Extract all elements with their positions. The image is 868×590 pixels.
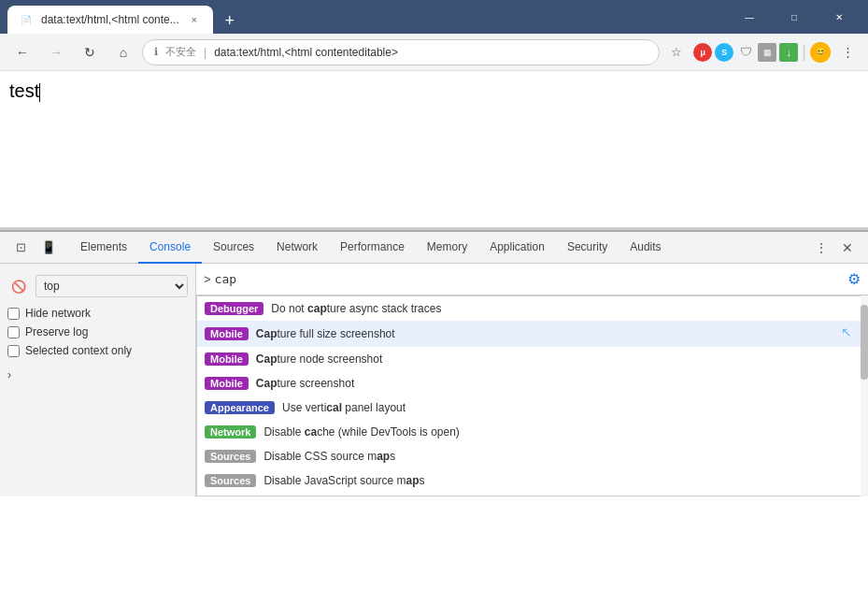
- hide-network-checkbox[interactable]: [7, 308, 20, 320]
- autocomplete-item-4[interactable]: Appearance Use vertical panel layout: [197, 396, 867, 420]
- hide-network-check[interactable]: Hide network: [7, 307, 188, 320]
- autocomplete-dropdown: Debugger Do not capture async stack trac…: [196, 295, 868, 496]
- autocomplete-item-2[interactable]: Mobile Capture node screenshot: [197, 347, 867, 371]
- tab-elements[interactable]: Elements: [69, 232, 138, 264]
- clear-console-button[interactable]: 🚫: [7, 275, 30, 297]
- autocomplete-item-1[interactable]: Mobile Capture full size screenshot ↖: [197, 321, 867, 347]
- tab-memory[interactable]: Memory: [416, 232, 478, 264]
- console-prompt: >: [204, 272, 211, 286]
- item-text-0: Do not capture async stack traces: [271, 302, 860, 315]
- preserve-log-label: Preserve log: [25, 325, 88, 338]
- tab-network[interactable]: Network: [265, 232, 329, 264]
- tab-sources[interactable]: Sources: [202, 232, 265, 264]
- maximize-button[interactable]: □: [773, 0, 816, 34]
- tag-mobile-1: Mobile: [205, 327, 249, 340]
- cursor-icon: ↖: [841, 324, 860, 343]
- console-input-row: > cap ⚙: [196, 264, 868, 295]
- img-ext-icon[interactable]: ▦: [758, 43, 776, 62]
- avatar-icon[interactable]: 😊: [810, 42, 831, 63]
- new-tab-button[interactable]: +: [217, 7, 243, 34]
- tag-sources-7: Sources: [205, 474, 256, 487]
- autocomplete-item-3[interactable]: Mobile Capture screenshot: [197, 371, 867, 396]
- tab-audits[interactable]: Audits: [619, 232, 672, 264]
- item-text-6: Disable CSS source maps: [263, 450, 860, 463]
- tab-favicon: 📄: [19, 12, 34, 27]
- tag-mobile-3: Mobile: [205, 377, 249, 390]
- device-icon[interactable]: 📱: [36, 235, 62, 261]
- item-text-5: Disable cache (while DevTools is open): [263, 425, 860, 439]
- item-text-2: Capture node screenshot: [256, 353, 860, 366]
- nav-actions: ☆ μ S 🛡 ▦ ↓ | 😊 ⋮: [663, 39, 861, 65]
- active-tab[interactable]: 📄 data:text/html,<html conte... ×: [7, 6, 213, 34]
- devtools-panel: ⊡ 📱 Elements Console Sources Network Per…: [0, 230, 868, 496]
- item-text-4: Use vertical panel layout: [282, 401, 860, 414]
- tab-application[interactable]: Application: [478, 232, 556, 264]
- context-select[interactable]: top: [36, 275, 188, 297]
- menu-button[interactable]: ⋮: [834, 39, 861, 65]
- separator: |: [802, 42, 806, 62]
- security-label: 不安全: [165, 45, 196, 59]
- devtools-tab-bar: ⊡ 📱 Elements Console Sources Network Per…: [0, 232, 868, 264]
- console-main: > cap ⚙ Debugger Do not capture async st…: [196, 264, 868, 496]
- home-button[interactable]: ⌂: [108, 37, 138, 67]
- tag-debugger-0: Debugger: [205, 302, 263, 315]
- tag-appearance-4: Appearance: [205, 401, 275, 414]
- tab-close-button[interactable]: ×: [187, 12, 202, 27]
- selected-context-check[interactable]: Selected context only: [7, 344, 188, 357]
- reload-button[interactable]: ↻: [75, 37, 105, 67]
- autocomplete-item-6[interactable]: Sources Disable CSS source maps: [197, 444, 867, 468]
- selected-context-label: Selected context only: [25, 344, 132, 357]
- autocomplete-item-0[interactable]: Debugger Do not capture async stack trac…: [197, 296, 867, 321]
- selected-context-checkbox[interactable]: [7, 345, 20, 357]
- devtools-icons: ⊡ 📱: [7, 235, 62, 261]
- tab-performance[interactable]: Performance: [329, 232, 416, 264]
- scrollbar-thumb[interactable]: [861, 305, 868, 380]
- console-gear-icon[interactable]: ⚙: [847, 270, 861, 288]
- autocomplete-item-5[interactable]: Network Disable cache (while DevTools is…: [197, 420, 867, 444]
- item-text-7: Disable JavaScript source maps: [263, 474, 860, 487]
- tag-network-5: Network: [205, 425, 256, 439]
- nav-bar: ← → ↻ ⌂ ℹ 不安全 | data:text/html,<html con…: [0, 34, 868, 71]
- autocomplete-item-8[interactable]: Performance Start instrumenting coverage…: [197, 493, 867, 496]
- download-ext-icon[interactable]: ↓: [779, 43, 798, 62]
- preserve-log-checkbox[interactable]: [7, 326, 20, 338]
- item-text-1: Capture full size screenshot: [256, 327, 833, 340]
- tab-title: data:text/html,<html conte...: [41, 13, 179, 26]
- ext-row: μ S 🛡 ▦ ↓: [693, 43, 798, 62]
- hide-network-label: Hide network: [25, 307, 91, 320]
- window-controls: — □ ✕: [728, 0, 861, 34]
- page-content[interactable]: test: [0, 71, 868, 230]
- close-button[interactable]: ✕: [818, 0, 861, 34]
- scrollbar[interactable]: [861, 295, 868, 496]
- expand-button[interactable]: ›: [0, 363, 195, 387]
- script-safe-icon[interactable]: S: [715, 43, 733, 62]
- devtools-close-button[interactable]: ✕: [834, 235, 861, 261]
- lock-icon: ℹ: [154, 46, 158, 58]
- page-text: test: [9, 80, 39, 101]
- autocomplete-item-7[interactable]: Sources Disable JavaScript source maps: [197, 468, 867, 493]
- item-text-3: Capture screenshot: [256, 377, 860, 390]
- bookmark-button[interactable]: ☆: [663, 39, 690, 65]
- shield-icon[interactable]: 🛡: [736, 43, 755, 62]
- console-sidebar: 🚫 top Hide network Preserve log Selected…: [0, 264, 196, 496]
- text-cursor: [39, 83, 40, 102]
- tag-mobile-2: Mobile: [205, 353, 249, 366]
- address-text: data:text/html,<html contenteditable>: [214, 46, 647, 59]
- tab-security[interactable]: Security: [556, 232, 619, 264]
- address-separator: |: [204, 46, 206, 59]
- forward-button[interactable]: →: [41, 37, 71, 67]
- console-sidebar-top: 🚫 top: [0, 271, 195, 301]
- devtools-more-button[interactable]: ⋮: [808, 235, 834, 261]
- preserve-log-check[interactable]: Preserve log: [7, 325, 188, 338]
- tab-bar: 📄 data:text/html,<html conte... × +: [7, 0, 243, 34]
- ublock-icon[interactable]: μ: [693, 43, 712, 62]
- console-area: 🚫 top Hide network Preserve log Selected…: [0, 264, 868, 496]
- tab-console[interactable]: Console: [138, 232, 202, 264]
- tag-sources-6: Sources: [205, 450, 256, 463]
- console-input-display[interactable]: cap: [215, 272, 236, 286]
- back-button[interactable]: ←: [7, 37, 37, 67]
- address-bar[interactable]: ℹ 不安全 | data:text/html,<html contentedit…: [142, 39, 660, 65]
- minimize-button[interactable]: —: [728, 0, 771, 34]
- console-checks: Hide network Preserve log Selected conte…: [0, 301, 195, 363]
- inspect-icon[interactable]: ⊡: [7, 235, 34, 261]
